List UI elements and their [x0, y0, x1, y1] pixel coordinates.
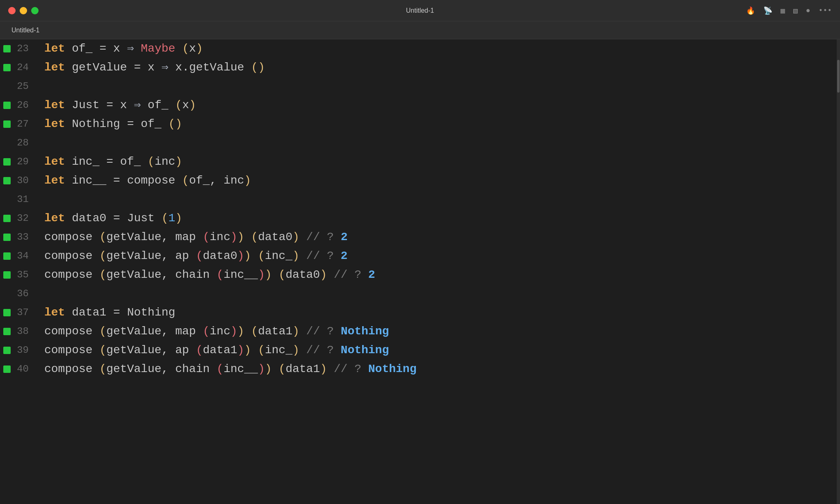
line-number: 35	[14, 266, 29, 284]
code-line: 34compose (getValue, ap (data0)) (inc_) …	[0, 247, 840, 266]
code-line: 38compose (getValue, map (inc)) (data1) …	[0, 322, 840, 341]
line-number: 26	[14, 96, 29, 115]
line-gutter: 31	[0, 190, 33, 209]
tab-bar: Untitled-1	[0, 21, 840, 39]
line-number: 27	[14, 115, 29, 134]
line-gutter: 34	[0, 247, 33, 266]
traffic-lights	[8, 7, 39, 14]
code-line: 23let of_ = x ⇒ Maybe (x)	[0, 39, 840, 58]
scrollbar-thumb[interactable]	[837, 60, 840, 93]
line-number: 29	[14, 152, 29, 171]
line-content: let getValue = x ⇒ x.getValue ()	[33, 58, 265, 77]
breakpoint-dot[interactable]	[3, 252, 11, 260]
line-gutter: 28	[0, 134, 33, 152]
panel-icon[interactable]: ▧	[793, 6, 798, 15]
code-line: 32let data0 = Just (1)	[0, 209, 840, 228]
line-gutter: 39	[0, 341, 33, 360]
line-number: 39	[14, 341, 29, 360]
line-number: 31	[14, 190, 29, 209]
breakpoint-dot[interactable]	[3, 347, 11, 354]
grid-icon[interactable]: ▦	[781, 6, 785, 15]
line-gutter: 24	[0, 58, 33, 77]
line-number: 28	[14, 134, 29, 152]
broadcast-icon[interactable]: 📡	[763, 6, 772, 15]
line-gutter: 38	[0, 322, 33, 341]
title-bar-actions: 🔥 📡 ▦ ▧ ● •••	[746, 6, 832, 15]
line-content: let Just = x ⇒ of_ (x)	[33, 96, 196, 115]
line-number: 34	[14, 247, 29, 266]
line-gutter: 36	[0, 284, 33, 303]
window-title: Untitled-1	[406, 7, 434, 14]
line-gutter: 30	[0, 171, 33, 190]
breakpoint-dot[interactable]	[3, 328, 11, 335]
breakpoint-dot[interactable]	[3, 215, 11, 222]
line-number: 36	[14, 284, 29, 303]
line-number: 33	[14, 228, 29, 247]
line-gutter: 26	[0, 96, 33, 115]
code-line: 40compose (getValue, chain (inc__)) (dat…	[0, 360, 840, 379]
line-gutter: 23	[0, 39, 33, 58]
more-icon[interactable]: •••	[819, 7, 832, 15]
line-gutter: 27	[0, 115, 33, 134]
title-bar: Untitled-1 🔥 📡 ▦ ▧ ● •••	[0, 0, 840, 21]
code-line: 24let getValue = x ⇒ x.getValue ()	[0, 58, 840, 77]
close-button[interactable]	[8, 7, 16, 14]
line-gutter: 25	[0, 77, 33, 96]
line-number: 30	[14, 171, 29, 190]
breakpoint-dot[interactable]	[3, 102, 11, 109]
line-content: compose (getValue, chain (inc__)) (data1…	[33, 360, 416, 379]
breakpoint-dot[interactable]	[3, 271, 11, 279]
code-line: 39compose (getValue, ap (data1)) (inc_) …	[0, 341, 840, 360]
line-gutter: 40	[0, 360, 33, 379]
line-content: let inc_ = of_ (inc)	[33, 152, 182, 171]
code-line: 35compose (getValue, chain (inc__)) (dat…	[0, 266, 840, 284]
breakpoint-dot[interactable]	[3, 158, 11, 166]
code-line: 25	[0, 77, 840, 96]
line-content: compose (getValue, ap (data1)) (inc_) //…	[33, 341, 389, 360]
line-content: let Nothing = of_ ()	[33, 115, 182, 134]
code-line: 26let Just = x ⇒ of_ (x)	[0, 96, 840, 115]
tab-untitled[interactable]: Untitled-1	[7, 24, 44, 36]
breakpoint-dot[interactable]	[3, 177, 11, 184]
breakpoint-dot[interactable]	[3, 120, 11, 128]
line-number: 38	[14, 322, 29, 341]
scrollbar[interactable]	[837, 39, 840, 504]
minimize-button[interactable]	[20, 7, 27, 14]
line-gutter: 29	[0, 152, 33, 171]
circle-icon[interactable]: ●	[806, 7, 810, 15]
code-line: 30let inc__ = compose (of_, inc)	[0, 171, 840, 190]
line-content: compose (getValue, map (inc)) (data1) //…	[33, 322, 389, 341]
code-line: 28	[0, 134, 840, 152]
breakpoint-dot[interactable]	[3, 366, 11, 373]
code-line: 33compose (getValue, map (inc)) (data0) …	[0, 228, 840, 247]
breakpoint-dot[interactable]	[3, 234, 11, 241]
code-line: 37let data1 = Nothing	[0, 303, 840, 322]
maximize-button[interactable]	[31, 7, 39, 14]
flame-icon[interactable]: 🔥	[746, 6, 755, 15]
code-line: 29let inc_ = of_ (inc)	[0, 152, 840, 171]
line-gutter: 32	[0, 209, 33, 228]
line-number: 37	[14, 303, 29, 322]
line-content: compose (getValue, map (inc)) (data0) //…	[33, 228, 347, 247]
code-area[interactable]: 23let of_ = x ⇒ Maybe (x)24let getValue …	[0, 39, 840, 504]
line-content: let data0 = Just (1)	[33, 209, 182, 228]
editor-container: 23let of_ = x ⇒ Maybe (x)24let getValue …	[0, 39, 840, 504]
line-content: let data1 = Nothing	[33, 303, 175, 322]
code-line: 31	[0, 190, 840, 209]
line-number: 23	[14, 39, 29, 58]
line-content: compose (getValue, ap (data0)) (inc_) //…	[33, 247, 347, 266]
line-content: compose (getValue, chain (inc__)) (data0…	[33, 266, 375, 284]
code-line: 27let Nothing = of_ ()	[0, 115, 840, 134]
line-gutter: 33	[0, 228, 33, 247]
breakpoint-dot[interactable]	[3, 45, 11, 52]
line-number: 40	[14, 360, 29, 379]
line-content: let of_ = x ⇒ Maybe (x)	[33, 39, 203, 58]
code-line: 36	[0, 284, 840, 303]
line-gutter: 37	[0, 303, 33, 322]
line-gutter: 35	[0, 266, 33, 284]
breakpoint-dot[interactable]	[3, 64, 11, 71]
line-number: 32	[14, 209, 29, 228]
breakpoint-dot[interactable]	[3, 309, 11, 316]
line-number: 25	[14, 77, 29, 96]
line-number: 24	[14, 58, 29, 77]
